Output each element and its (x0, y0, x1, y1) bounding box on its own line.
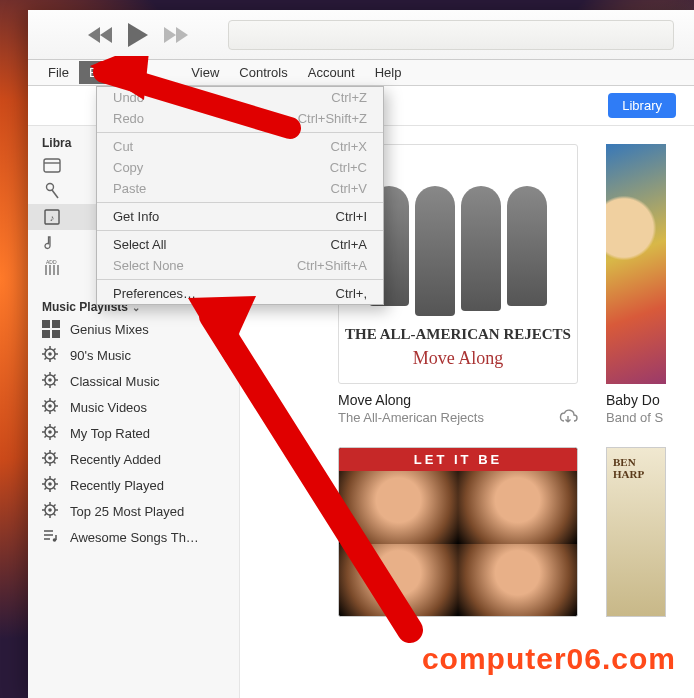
playlist-label: Genius Mixes (70, 322, 149, 337)
menu-view[interactable]: View (181, 61, 229, 84)
menu-item-undo: UndoCtrl+Z (97, 87, 383, 108)
svg-point-58 (48, 482, 52, 486)
menu-item-shortcut: Ctrl+X (331, 139, 367, 154)
library-button[interactable]: Library (608, 93, 676, 118)
svg-text:♪: ♪ (50, 213, 55, 223)
playlist-label: Recently Added (70, 452, 161, 467)
next-track-icon[interactable] (162, 26, 188, 44)
menu-item-shortcut: Ctrl+Shift+A (297, 258, 367, 273)
svg-line-44 (54, 436, 56, 438)
menu-item-label: Cut (113, 139, 133, 154)
svg-line-15 (45, 358, 47, 360)
now-playing-display (228, 20, 674, 50)
gear-icon (42, 372, 60, 390)
menu-item-select-all[interactable]: Select AllCtrl+A (97, 234, 383, 255)
svg-point-38 (48, 430, 52, 434)
menu-item-redo: RedoCtrl+Shift+Z (97, 108, 383, 129)
svg-line-66 (54, 479, 56, 481)
playlist-genius-mixes[interactable]: Genius Mixes (28, 316, 239, 342)
menu-item-label: Select All (113, 237, 166, 252)
playlist-icon (42, 528, 60, 546)
previous-track-icon[interactable] (88, 26, 114, 44)
menu-file[interactable]: File (38, 61, 79, 84)
menu-item-copy: CopyCtrl+C (97, 157, 383, 178)
playlist-90s-music[interactable]: 90's Music (28, 342, 239, 368)
menu-item-shortcut: Ctrl+, (336, 286, 367, 301)
album-title: Baby Do (606, 392, 666, 408)
genius-icon (42, 320, 60, 338)
svg-point-28 (48, 404, 52, 408)
svg-line-63 (45, 479, 47, 481)
svg-line-34 (54, 410, 56, 412)
gear-icon (42, 476, 60, 494)
menu-item-paste: PasteCtrl+V (97, 178, 383, 199)
menu-separator (97, 279, 383, 280)
playlist-recently-added[interactable]: Recently Added (28, 446, 239, 472)
menu-separator (97, 132, 383, 133)
player-bar (28, 10, 694, 60)
svg-line-33 (45, 401, 47, 403)
svg-line-73 (45, 505, 47, 507)
svg-line-53 (45, 453, 47, 455)
svg-line-65 (45, 488, 47, 490)
menu-item-shortcut: Ctrl+A (331, 237, 367, 252)
genres-icon: ADD (42, 260, 62, 278)
menu-item-shortcut: Ctrl+Z (331, 90, 367, 105)
svg-line-75 (45, 514, 47, 516)
playlist-recently-played[interactable]: Recently Played (28, 472, 239, 498)
svg-line-24 (54, 384, 56, 386)
svg-point-8 (48, 352, 52, 356)
menu-item-label: Redo (113, 111, 144, 126)
playlist-classical[interactable]: Classical Music (28, 368, 239, 394)
menu-help[interactable]: Help (365, 61, 412, 84)
playlist-top-rated[interactable]: My Top Rated (28, 420, 239, 446)
svg-line-45 (45, 436, 47, 438)
cover-banner: LET IT BE (339, 448, 577, 471)
menu-item-label: Paste (113, 181, 146, 196)
menu-controls[interactable]: Controls (229, 61, 297, 84)
svg-line-74 (54, 514, 56, 516)
menu-edit[interactable]: Edit (79, 61, 121, 84)
svg-point-2 (47, 184, 54, 191)
svg-line-23 (45, 375, 47, 377)
svg-line-43 (45, 427, 47, 429)
gear-icon (42, 424, 60, 442)
gear-icon (42, 450, 60, 468)
menu-item-shortcut: Ctrl+I (336, 209, 367, 224)
playlist-awesome-songs[interactable]: Awesome Songs Th… (28, 524, 239, 550)
play-icon[interactable] (128, 23, 148, 47)
menu-item-get-info[interactable]: Get InfoCtrl+I (97, 206, 383, 227)
cover-album-name: Move Along (413, 348, 504, 369)
sidebar-library-label: Libra (42, 136, 71, 150)
playlist-label: 90's Music (70, 348, 131, 363)
svg-line-35 (45, 410, 47, 412)
playlist-top-25[interactable]: Top 25 Most Played (28, 498, 239, 524)
album-cover[interactable]: BENHARP (606, 447, 666, 617)
album-tile[interactable]: Baby Do Band of S (606, 144, 666, 425)
playlist-label: Classical Music (70, 374, 160, 389)
svg-line-26 (54, 375, 56, 377)
menu-item-label: Undo (113, 90, 144, 105)
playlist-label: Music Videos (70, 400, 147, 415)
edit-menu-dropdown: UndoCtrl+ZRedoCtrl+Shift+ZCutCtrl+XCopyC… (96, 86, 384, 305)
menu-separator (97, 230, 383, 231)
album-title: Move Along (338, 392, 411, 408)
svg-point-68 (48, 508, 52, 512)
album-cover[interactable]: LET IT BE (338, 447, 578, 617)
svg-line-54 (54, 462, 56, 464)
svg-line-25 (45, 384, 47, 386)
album-artist: The All-American Rejects (338, 410, 484, 425)
menu-item-shortcut: Ctrl+C (330, 160, 367, 175)
music-note-icon (42, 234, 62, 252)
cloud-download-icon[interactable] (558, 409, 578, 425)
playlist-label: Awesome Songs Th… (70, 530, 199, 545)
menu-bar: File Edit View Controls Account Help (28, 60, 694, 86)
menu-item-preferences-[interactable]: Preferences…Ctrl+, (97, 283, 383, 304)
menu-account[interactable]: Account (298, 61, 365, 84)
menu-item-shortcut: Ctrl+Shift+Z (298, 111, 367, 126)
svg-line-16 (54, 349, 56, 351)
cover-band-name: THE ALL-AMERICAN REJECTS (345, 326, 571, 343)
svg-line-3 (52, 190, 58, 198)
playlist-music-videos[interactable]: Music Videos (28, 394, 239, 420)
svg-rect-0 (44, 159, 60, 172)
